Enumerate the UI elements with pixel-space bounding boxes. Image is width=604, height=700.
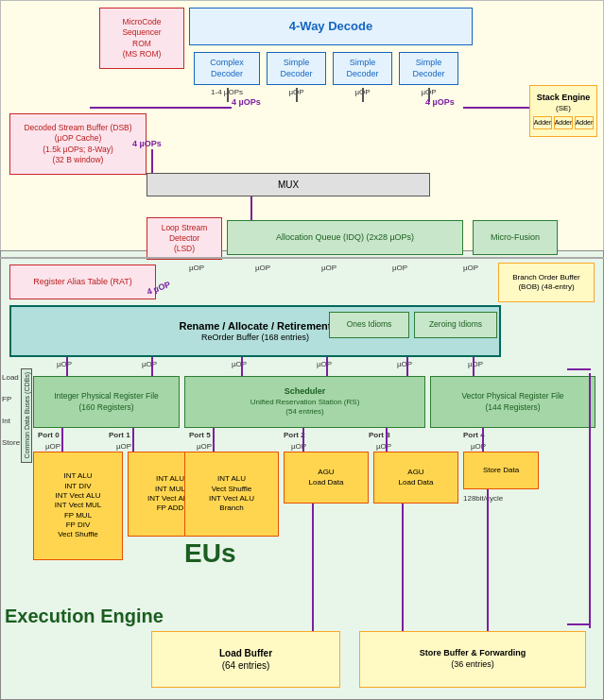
- alloc-queue-label: Allocation Queue (IDQ) (2x28 µOPs): [276, 232, 414, 244]
- label-muop-port3: µOP: [376, 442, 391, 451]
- load-buffer-entries: (64 entries): [222, 659, 270, 672]
- port1-label: Port 1: [109, 431, 130, 439]
- arrow-sched3: [241, 357, 243, 376]
- execution-engine-label: Execution Engine: [5, 605, 164, 627]
- four-way-decode-box: 4-Way Decode: [189, 8, 473, 45]
- complex-decoder-label: Complex Decoder: [210, 58, 244, 79]
- load-label: Load: [2, 373, 20, 382]
- label-muop-rename2: µOP: [255, 264, 270, 272]
- mux-label: MUX: [278, 179, 299, 191]
- label-muop-port5: µOP: [197, 442, 212, 451]
- cdb-label: Common Data Buses (CDBs): [24, 372, 30, 458]
- label-muop-sched1: µOP: [57, 360, 72, 368]
- side-labels: Load FP Int Store: [2, 373, 20, 447]
- arrow-mux-down: [250, 196, 252, 220]
- rename-label: Rename / Allocate / Retirement: [180, 319, 332, 333]
- label-muop-rename3: µOP: [321, 264, 337, 272]
- simple-decoder2-label: Simple Decoder: [346, 58, 378, 79]
- arrow-sched5: [406, 357, 408, 376]
- cpu-architecture-diagram: 4-Way Decode Complex Decoder Simple Deco…: [0, 0, 604, 700]
- 128bit-label: 128bit/cycle: [463, 494, 503, 503]
- eu-box-port5: INT ALU Vect Shuffle INT Vect ALU Branch: [184, 452, 279, 537]
- eu-box-port2: AGU Load Data: [284, 452, 369, 504]
- rat-box: Register Alias Table (RAT): [9, 265, 156, 299]
- arrow-decoder2-down: [296, 88, 298, 102]
- label-muop-sched6: µOP: [468, 360, 483, 368]
- store-buffer-box: Store Buffer & Forwarding (36 entries): [359, 631, 586, 688]
- simple-decoder1-box: Simple Decoder: [267, 52, 326, 85]
- label-muop-port0: µOP: [45, 442, 60, 451]
- section-divider: [0, 257, 604, 259]
- simple-decoder1-label: Simple Decoder: [280, 58, 312, 79]
- arrow-dsb-down: [151, 149, 153, 173]
- vec-phys-rf-label: Vector Physical Register File (144 Regis…: [461, 391, 563, 412]
- label-muop-sched4: µOP: [317, 360, 332, 368]
- dsb-label: Decoded Stream Buffer (DSB) (µOP Cache) …: [24, 123, 131, 164]
- cdb-right-top: [567, 368, 591, 370]
- label-4uops-center: 4 µOPs: [232, 97, 261, 107]
- label-4uops-dsb-down: 4 µOPs: [132, 139, 162, 148]
- lsd-label: Loop Stream Detector (LSD): [162, 223, 208, 254]
- eu-box-port4: Store Data: [463, 452, 539, 489]
- eu-box-port3: AGU Load Data: [373, 452, 458, 504]
- label-muop-sched5: µOP: [397, 360, 412, 368]
- rat-label: Register Alias Table (RAT): [33, 277, 132, 288]
- adder3-box: Adder: [575, 116, 594, 129]
- load-buffer-box: Load Buffer (64 entries): [151, 631, 340, 688]
- int-phys-rf-label: Integer Physical Register File (160 Regi…: [54, 391, 159, 412]
- arrow-sched2: [151, 357, 153, 376]
- simple-decoder3-box: Simple Decoder: [399, 52, 458, 85]
- label-4uops-right: 4 µOPs: [425, 97, 455, 107]
- simple-decoder3-label: Simple Decoder: [412, 58, 444, 79]
- eu-port5-label: INT ALU Vect Shuffle INT Vect ALU Branch: [209, 474, 254, 514]
- dsb-box: Decoded Stream Buffer (DSB) (µOP Cache) …: [9, 113, 147, 175]
- arrow-decoder3-down: [362, 88, 364, 102]
- label-muop-rename1: µOP: [189, 264, 204, 272]
- label-muop-rename5: µOP: [463, 264, 478, 272]
- arrow-4uops-dsb: [90, 107, 232, 109]
- arrow-port2-eu: [302, 428, 304, 452]
- scheduler-entries: (54 entries): [285, 407, 323, 417]
- load-buffer-title: Load Buffer: [219, 647, 272, 659]
- microcode-sequencer-box: MicroCode Sequencer ROM (MS ROM): [99, 8, 184, 69]
- port0-label: Port 0: [38, 431, 60, 439]
- scheduler-title: Scheduler: [285, 386, 326, 398]
- store-buffer-title: Store Buffer & Forwarding: [420, 648, 526, 659]
- micro-fusion-box: Micro-Fusion: [473, 220, 558, 255]
- label-muop-sched3: µOP: [232, 360, 247, 368]
- arrow-port0-eu: [61, 428, 63, 452]
- arrow-sched4: [326, 357, 328, 376]
- eus-big-label: EUs: [184, 538, 235, 569]
- store-buffer-entries: (36 entries): [451, 659, 494, 671]
- adder1-box: Adder: [533, 116, 552, 129]
- cdb-bar: Common Data Buses (CDBs): [21, 368, 32, 463]
- reorder-buffer-label: ReOrder Buffer (168 entries): [201, 333, 309, 344]
- stack-engine-box: Stack Engine (SE) Adder Adder Adder: [529, 85, 597, 137]
- arrow-4uops-stack: [463, 107, 539, 109]
- ones-idioms-box: Ones Idioms: [329, 312, 409, 338]
- fp-label: FP: [2, 395, 20, 403]
- lsd-box: Loop Stream Detector (LSD): [147, 217, 222, 260]
- zeroing-idioms-label: Zeroing Idioms: [429, 319, 482, 330]
- store-label: Store: [2, 438, 20, 447]
- arrow-port5-eu: [213, 428, 215, 452]
- complex-decoder-box: Complex Decoder: [194, 52, 260, 85]
- arrow-sched1: [66, 357, 68, 376]
- four-way-decode-label: 4-Way Decode: [289, 19, 372, 35]
- eu-port4-label: Store Data: [483, 466, 519, 475]
- label-muop-port1: µOP: [116, 442, 131, 451]
- alloc-queue-box: Allocation Queue (IDQ) (2x28 µOPs): [227, 220, 463, 255]
- scheduler-subtitle: Unified Reservation Station (RS): [250, 398, 360, 407]
- cdb-right-arrow: [589, 373, 591, 628]
- ones-idioms-label: Ones Idioms: [347, 319, 392, 330]
- vec-phys-rf-box: Vector Physical Register File (144 Regis…: [430, 376, 595, 428]
- arrow-port1-eu: [132, 428, 134, 452]
- mux-box: MUX: [147, 173, 430, 196]
- arrow-decoder1-down: [227, 88, 229, 102]
- arrow-port3-eu: [386, 428, 388, 452]
- arrow-eu2-load: [312, 504, 314, 631]
- eu-box-port0: INT ALU INT DIV INT Vect ALU INT Vect MU…: [33, 452, 123, 560]
- microcode-sequencer-label: MicroCode Sequencer ROM (MS ROM): [122, 17, 161, 59]
- micro-fusion-label: Micro-Fusion: [491, 232, 540, 244]
- eu-port0-label: INT ALU INT DIV INT Vect ALU INT Vect MU…: [55, 471, 102, 540]
